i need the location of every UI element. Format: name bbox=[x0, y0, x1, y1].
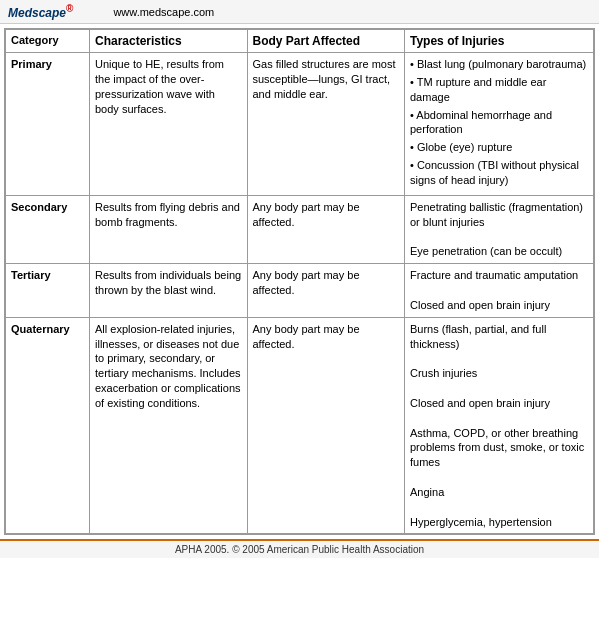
injury-item: Globe (eye) rupture bbox=[410, 140, 588, 155]
table-row: PrimaryUnique to HE, results from the im… bbox=[6, 53, 594, 196]
col-header-characteristics: Characteristics bbox=[90, 30, 248, 53]
characteristics-cell-2: Results from individuals being thrown by… bbox=[90, 264, 248, 318]
table-row: SecondaryResults from flying debris and … bbox=[6, 195, 594, 263]
injury-item: Eye penetration (can be occult) bbox=[410, 245, 562, 257]
top-bar: Medscape® www.medscape.com bbox=[0, 0, 599, 24]
body-part-cell-3: Any body part may be affected. bbox=[247, 317, 405, 534]
registered-symbol: ® bbox=[66, 3, 73, 14]
table-wrapper: Category Characteristics Body Part Affec… bbox=[4, 28, 595, 535]
category-cell-1: Secondary bbox=[6, 195, 90, 263]
col-header-injuries: Types of Injuries bbox=[405, 30, 594, 53]
injury-item: Fracture and traumatic amputation bbox=[410, 269, 578, 281]
category-cell-0: Primary bbox=[6, 53, 90, 196]
injury-list-0: Blast lung (pulmonary barotrauma)TM rupt… bbox=[410, 57, 588, 188]
footer-bar: APHA 2005. © 2005 American Public Health… bbox=[0, 539, 599, 558]
injuries-cell-3: Burns (flash, partial, and full thicknes… bbox=[405, 317, 594, 534]
medscape-logo: Medscape® bbox=[8, 3, 73, 20]
category-cell-3: Quaternary bbox=[6, 317, 90, 534]
body-part-cell-1: Any body part may be affected. bbox=[247, 195, 405, 263]
characteristics-cell-1: Results from flying debris and bomb frag… bbox=[90, 195, 248, 263]
injury-item: TM rupture and middle ear damage bbox=[410, 75, 588, 105]
table-row: TertiaryResults from individuals being t… bbox=[6, 264, 594, 318]
col-header-body-part: Body Part Affected bbox=[247, 30, 405, 53]
table-row: QuaternaryAll explosion-related injuries… bbox=[6, 317, 594, 534]
table-header-row: Category Characteristics Body Part Affec… bbox=[6, 30, 594, 53]
body-part-cell-0: Gas filled structures are most susceptib… bbox=[247, 53, 405, 196]
characteristics-cell-0: Unique to HE, results from the impact of… bbox=[90, 53, 248, 196]
injury-item: Burns (flash, partial, and full thicknes… bbox=[410, 323, 546, 350]
website-url: www.medscape.com bbox=[113, 6, 214, 18]
injury-item: Closed and open brain injury bbox=[410, 397, 550, 409]
injury-item: Blast lung (pulmonary barotrauma) bbox=[410, 57, 588, 72]
injury-item: Closed and open brain injury bbox=[410, 299, 550, 311]
footer-text: APHA 2005. © 2005 American Public Health… bbox=[175, 544, 424, 555]
injuries-cell-1: Penetrating ballistic (fragmentation) or… bbox=[405, 195, 594, 263]
injuries-cell-2: Fracture and traumatic amputationClosed … bbox=[405, 264, 594, 318]
blast-injury-table: Category Characteristics Body Part Affec… bbox=[5, 29, 594, 534]
body-part-cell-2: Any body part may be affected. bbox=[247, 264, 405, 318]
injuries-cell-0: Blast lung (pulmonary barotrauma)TM rupt… bbox=[405, 53, 594, 196]
injury-item: Penetrating ballistic (fragmentation) or… bbox=[410, 201, 583, 228]
injury-item: Asthma, COPD, or other breathing problem… bbox=[410, 427, 584, 469]
injury-item: Abdominal hemorrhage and perforation bbox=[410, 108, 588, 138]
injury-item: Crush injuries bbox=[410, 367, 477, 379]
category-cell-2: Tertiary bbox=[6, 264, 90, 318]
col-header-category: Category bbox=[6, 30, 90, 53]
injury-item: Hyperglycemia, hypertension bbox=[410, 516, 552, 528]
injury-item: Concussion (TBI without physical signs o… bbox=[410, 158, 588, 188]
injury-item: Angina bbox=[410, 486, 444, 498]
characteristics-cell-3: All explosion-related injuries, illnesse… bbox=[90, 317, 248, 534]
